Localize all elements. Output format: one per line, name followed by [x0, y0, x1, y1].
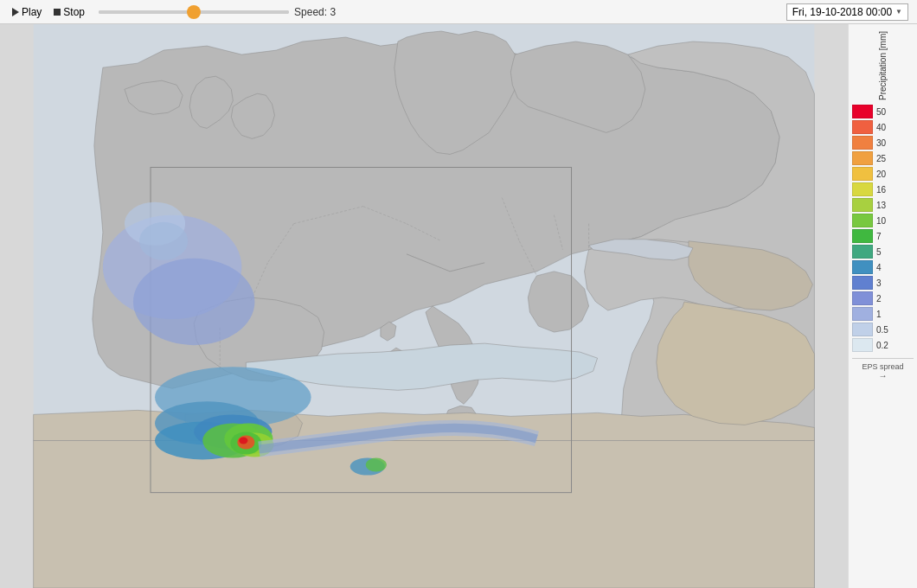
- legend-row: 25: [852, 150, 914, 166]
- legend-color-swatch: [852, 323, 873, 336]
- legend-value-label: 3: [876, 278, 914, 288]
- legend-value-label: 5: [876, 247, 914, 257]
- svg-point-25: [239, 437, 247, 444]
- play-button[interactable]: Play: [9, 4, 45, 20]
- play-label: Play: [22, 6, 42, 18]
- legend-row: 4: [852, 259, 914, 275]
- datetime-picker[interactable]: Fri, 19-10-2018 00:00 ▼: [786, 3, 908, 21]
- europe-map: [0, 24, 848, 588]
- legend-color-swatch: [852, 229, 873, 243]
- legend-color-swatch: [852, 338, 873, 352]
- legend-value-label: 7: [876, 232, 914, 241]
- legend-color-swatch: [852, 291, 873, 305]
- stop-label: Stop: [63, 6, 85, 18]
- legend-color-swatch: [852, 260, 873, 274]
- legend-row: 3: [852, 275, 914, 291]
- legend-color-swatch: [852, 198, 873, 212]
- legend-value-label: 0.2: [876, 341, 914, 350]
- stop-button[interactable]: Stop: [50, 4, 88, 20]
- stop-icon: [54, 9, 61, 16]
- legend-row: 50: [852, 104, 914, 119]
- legend-color-swatch: [852, 151, 873, 165]
- legend-title: Precipitation [mm]: [878, 31, 888, 100]
- legend-row: 10: [852, 213, 914, 228]
- eps-label: EPS spread: [852, 362, 914, 371]
- legend-value-label: 30: [876, 138, 914, 148]
- play-icon: [12, 8, 19, 16]
- legend-eps-section: EPS spread →: [852, 358, 914, 380]
- legend-row: 5: [852, 244, 914, 259]
- legend-value-label: 2: [876, 294, 914, 304]
- legend-row: 1: [852, 306, 914, 322]
- legend-value-label: 10: [876, 216, 914, 226]
- main-content: Precipitation [mm] 504030252016131075432…: [0, 24, 917, 588]
- legend-value-label: 50: [876, 107, 914, 117]
- legend-color-swatch: [852, 182, 873, 196]
- svg-point-29: [139, 222, 188, 260]
- map-area[interactable]: [0, 24, 848, 588]
- eps-arrow: →: [852, 371, 914, 380]
- legend-row: 13: [852, 197, 914, 213]
- legend-color-swatch: [852, 245, 873, 259]
- svg-point-15: [133, 259, 254, 345]
- chevron-down-icon: ▼: [895, 8, 902, 16]
- legend-color-swatch: [852, 214, 873, 227]
- datetime-value: Fri, 19-10-2018 00:00: [792, 6, 892, 18]
- speed-slider[interactable]: [99, 10, 289, 14]
- speed-label: Speed: 3: [294, 6, 336, 18]
- playback-controls: Play Stop: [9, 4, 88, 20]
- legend-row: 7: [852, 228, 914, 244]
- legend-color-swatch: [852, 307, 873, 321]
- toolbar: Play Stop Speed: 3 Fri, 19-10-2018 00:00…: [0, 0, 917, 24]
- legend-row: 30: [852, 135, 914, 150]
- svg-point-27: [366, 458, 387, 472]
- speed-thumb[interactable]: [187, 5, 201, 19]
- legend-value-label: 20: [876, 169, 914, 179]
- legend-value-label: 16: [876, 185, 914, 195]
- legend-color-swatch: [852, 105, 873, 118]
- legend-row: 40: [852, 119, 914, 135]
- speed-section: Speed: 3: [99, 6, 776, 18]
- legend-row: 16: [852, 182, 914, 197]
- legend-row: 2: [852, 291, 914, 306]
- legend-value-label: 1: [876, 310, 914, 319]
- legend-value-label: 40: [876, 123, 914, 132]
- legend-row: 0.2: [852, 337, 914, 353]
- legend-color-swatch: [852, 120, 873, 134]
- datetime-section: Fri, 19-10-2018 00:00 ▼: [786, 3, 908, 21]
- legend-color-swatch: [852, 276, 873, 290]
- legend: Precipitation [mm] 504030252016131075432…: [848, 24, 917, 588]
- legend-row: 0.5: [852, 322, 914, 337]
- legend-items: 50403025201613107543210.50.2: [852, 104, 914, 353]
- legend-color-swatch: [852, 167, 873, 181]
- legend-value-label: 0.5: [876, 325, 914, 335]
- legend-row: 20: [852, 166, 914, 182]
- legend-value-label: 25: [876, 154, 914, 163]
- legend-color-swatch: [852, 136, 873, 150]
- legend-value-label: 4: [876, 263, 914, 272]
- legend-value-label: 13: [876, 201, 914, 210]
